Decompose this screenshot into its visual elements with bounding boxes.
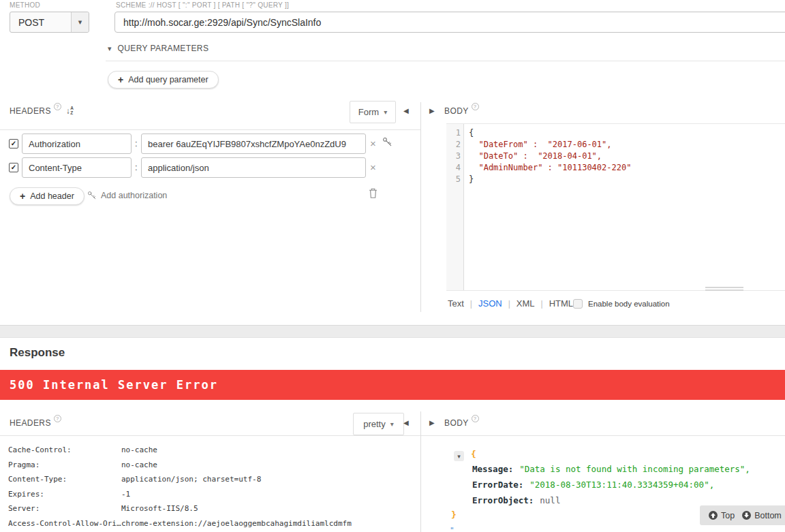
scroll-bottom-label: Bottom bbox=[754, 511, 782, 520]
rest-client-app: METHOD SCHEME :// HOST [ ":" PORT ] [ PA… bbox=[0, 0, 785, 532]
response-header-row: Expires:-1 bbox=[8, 490, 130, 499]
body-title-text: BODY bbox=[444, 418, 469, 428]
scroll-top-label: Top bbox=[721, 511, 735, 520]
remove-header-icon[interactable]: × bbox=[370, 162, 376, 172]
line-number: 5 bbox=[446, 174, 461, 185]
tab-html[interactable]: HTML bbox=[549, 298, 573, 309]
circle-down-arrow-icon bbox=[742, 511, 751, 520]
check-icon: ✓ bbox=[11, 164, 16, 171]
divider bbox=[421, 435, 785, 436]
tab-json[interactable]: JSON bbox=[478, 298, 502, 309]
response-header-row: Content-Type:application/json; charset=u… bbox=[8, 475, 261, 484]
add-query-parameter-button[interactable]: + Add query parameter bbox=[108, 71, 219, 89]
headers-view-mode-dropdown[interactable]: Form ▾ bbox=[350, 101, 396, 123]
json-close-brace: } bbox=[451, 510, 457, 520]
divider bbox=[0, 129, 420, 130]
divider bbox=[0, 435, 420, 436]
url-input[interactable] bbox=[114, 12, 785, 33]
help-icon[interactable]: ? bbox=[54, 415, 61, 422]
enable-body-evaluation-label: Enable body evaluation bbox=[588, 300, 670, 308]
method-select[interactable]: POST ▾ bbox=[10, 12, 89, 33]
add-authorization-link[interactable]: Add authorization bbox=[88, 191, 167, 200]
json-value: null bbox=[540, 495, 560, 505]
response-header-value: no-cache bbox=[121, 460, 157, 469]
collapse-left-panel-icon[interactable]: ◀ bbox=[403, 107, 409, 114]
code-line: "AdminNumber" : "101130402-220" bbox=[469, 162, 631, 174]
authorization-key-icon[interactable] bbox=[383, 138, 392, 150]
expand-right-panel-icon[interactable]: ▶ bbox=[429, 419, 435, 426]
tab-xml[interactable]: XML bbox=[517, 298, 535, 309]
header-value-input[interactable] bbox=[141, 134, 366, 154]
response-header-name: Pragma: bbox=[8, 460, 121, 469]
query-parameters-title: QUERY PARAMETERS bbox=[118, 44, 209, 53]
headers-view-mode-value: Form bbox=[358, 107, 379, 117]
headers-title-text: HEADERS bbox=[10, 106, 51, 116]
method-label: METHOD bbox=[10, 1, 40, 9]
header-name-input[interactable] bbox=[22, 157, 132, 178]
response-header-row: Access-Control-Allow-Ori…chrome-extensio… bbox=[8, 519, 352, 528]
scroll-bottom-button[interactable]: Bottom bbox=[742, 511, 785, 520]
json-overflow-fragment: " bbox=[450, 526, 455, 532]
section-separator bbox=[0, 325, 785, 338]
header-name-input[interactable] bbox=[22, 134, 132, 154]
status-text: 500 Internal Server Error bbox=[10, 378, 218, 392]
header-enabled-checkbox[interactable]: ✓ bbox=[9, 139, 18, 148]
colon-separator: : bbox=[135, 138, 138, 148]
add-header-button[interactable]: + Add header bbox=[10, 187, 84, 205]
url-scheme-label: SCHEME :// HOST [ ":" PORT ] [ PATH [ "?… bbox=[116, 1, 289, 9]
response-status-banner: 500 Internal Server Error bbox=[0, 370, 785, 400]
panel-splitter[interactable] bbox=[420, 102, 421, 312]
request-body-title: BODY ? bbox=[444, 106, 479, 116]
collapse-left-panel-icon[interactable]: ◀ bbox=[403, 419, 409, 426]
colon-separator: : bbox=[135, 162, 138, 172]
add-query-parameter-label: Add query parameter bbox=[128, 75, 208, 84]
help-icon[interactable]: ? bbox=[472, 103, 479, 110]
response-view-mode-dropdown[interactable]: pretty ▾ bbox=[353, 413, 404, 435]
response-header-value: Microsoft-IIS/8.5 bbox=[121, 504, 198, 513]
help-icon[interactable]: ? bbox=[472, 415, 479, 422]
json-key: Message: bbox=[472, 464, 513, 474]
json-key: ErrorDate: bbox=[472, 480, 523, 490]
code-line: "DateTo" : "2018-04-01", bbox=[469, 151, 631, 162]
body-title-text: BODY bbox=[444, 106, 469, 116]
json-key: ErrorObject: bbox=[472, 495, 534, 505]
scroll-top-button[interactable]: Top bbox=[709, 511, 742, 520]
response-header-value: no-cache bbox=[121, 445, 157, 454]
response-headers-title: HEADERS ? bbox=[10, 418, 61, 428]
panel-splitter[interactable] bbox=[420, 411, 421, 532]
request-body-editor[interactable]: 1 2 3 4 5 { "DateFrom" : "2017-06-01", "… bbox=[446, 123, 785, 291]
collapse-json-node-icon[interactable]: ▾ bbox=[454, 451, 464, 461]
sort-headers-icon[interactable]: ↓ AZ bbox=[66, 106, 74, 115]
json-entry: Message:"Data is not found with incoming… bbox=[472, 464, 750, 474]
json-value: "2018-08-30T13:11:40.3334359+04:00", bbox=[529, 480, 714, 490]
help-icon[interactable]: ? bbox=[54, 103, 61, 110]
query-parameters-toggle[interactable]: ▾ QUERY PARAMETERS bbox=[108, 44, 209, 53]
header-value-input[interactable] bbox=[141, 157, 366, 178]
response-header-value: chrome-extension://aejoelaoggembcahagimd… bbox=[121, 519, 352, 528]
json-entry: ErrorDate:"2018-08-30T13:11:40.3334359+0… bbox=[472, 480, 714, 490]
response-header-name: Cache-Control: bbox=[8, 445, 121, 454]
chevron-down-icon: ▾ bbox=[108, 44, 112, 53]
expand-right-panel-icon[interactable]: ▶ bbox=[429, 107, 435, 114]
headers-title-text: HEADERS bbox=[10, 418, 51, 428]
response-header-row: Cache-Control:no-cache bbox=[8, 445, 157, 454]
response-header-name: Access-Control-Allow-Ori… bbox=[8, 519, 121, 528]
method-value: POST bbox=[10, 17, 71, 28]
request-headers-title: HEADERS ? ↓ AZ bbox=[10, 106, 74, 116]
line-number: 3 bbox=[446, 151, 461, 162]
chevron-down-icon[interactable]: ▾ bbox=[71, 12, 89, 32]
scroll-buttons-bar: Top Bottom bbox=[700, 505, 785, 525]
header-enabled-checkbox[interactable]: ✓ bbox=[9, 163, 18, 172]
response-view-mode-value: pretty bbox=[363, 419, 386, 429]
code-line: "DateFrom" : "2017-06-01", bbox=[469, 139, 631, 151]
delete-headers-icon[interactable] bbox=[369, 188, 378, 201]
editor-resize-handle[interactable] bbox=[705, 287, 743, 292]
remove-header-icon[interactable]: × bbox=[370, 138, 376, 148]
response-header-name: Server: bbox=[8, 504, 121, 513]
line-number: 1 bbox=[446, 127, 461, 139]
add-authorization-label: Add authorization bbox=[101, 191, 167, 200]
plus-icon: + bbox=[118, 74, 123, 85]
response-header-name: Expires: bbox=[8, 490, 121, 499]
tab-text[interactable]: Text bbox=[448, 298, 464, 309]
enable-body-evaluation-checkbox[interactable] bbox=[573, 299, 583, 309]
